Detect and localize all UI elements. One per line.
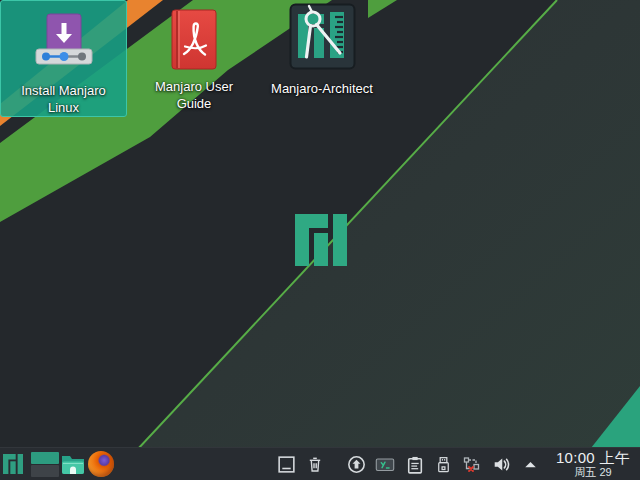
desktop-icon-label: Manjaro-Architect (271, 80, 373, 97)
virtual-desktop-pager[interactable] (31, 451, 59, 477)
application-menu-button[interactable] (0, 451, 26, 477)
firefox-icon (88, 451, 114, 477)
desktop-icon-label: Manjaro User Guide (142, 78, 246, 112)
desktop: Install Manjaro Linux Manjaro User Guide (0, 0, 640, 480)
file-manager-button[interactable] (59, 450, 87, 478)
pager-desktop-2[interactable] (31, 465, 59, 477)
desktop-icon-manjaro-architect[interactable]: Manjaro-Architect (256, 0, 388, 117)
manjaro-logo (295, 214, 347, 266)
clipboard-icon[interactable] (403, 453, 425, 475)
terminal-icon[interactable] (374, 453, 396, 475)
taskbar: 10:00 上午 周五 29 (0, 447, 640, 480)
calamares-installer-icon (34, 12, 94, 78)
manjaro-menu-icon (3, 454, 23, 474)
network-disconnected-icon[interactable] (461, 453, 483, 475)
pager-desktop-1[interactable] (31, 452, 59, 464)
clock-time: 10:00 上午 (552, 450, 634, 465)
system-tray: 10:00 上午 周五 29 (275, 448, 640, 480)
pdf-guide-icon (171, 9, 217, 74)
trash-icon[interactable] (304, 453, 326, 475)
clock-date: 周五 29 (552, 467, 634, 478)
firefox-button[interactable] (87, 450, 115, 478)
desktop-icon-user-guide[interactable]: Manjaro User Guide (130, 0, 258, 117)
manjaro-architect-icon (289, 3, 356, 74)
show-desktop-icon[interactable] (275, 453, 297, 475)
removable-device-icon[interactable] (432, 453, 454, 475)
folder-icon (60, 451, 86, 477)
desktop-icon-label: Install Manjaro Linux (12, 82, 116, 116)
volume-icon[interactable] (490, 453, 512, 475)
desktop-icon-install-manjaro[interactable]: Install Manjaro Linux (0, 0, 127, 117)
expand-tray-icon[interactable] (519, 453, 541, 475)
digital-clock[interactable]: 10:00 上午 周五 29 (552, 450, 634, 478)
updates-icon[interactable] (345, 453, 367, 475)
panel-launchers (0, 448, 115, 480)
